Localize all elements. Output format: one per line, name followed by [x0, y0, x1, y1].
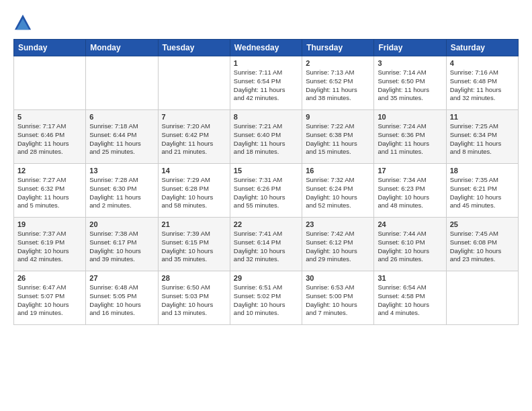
day-number: 26 [17, 274, 82, 282]
day-number: 4 [450, 59, 515, 67]
calendar-cell: 1Sunrise: 7:11 AM Sunset: 6:54 PM Daylig… [230, 56, 302, 110]
page-header [13, 13, 519, 32]
day-info: Sunrise: 7:28 AM Sunset: 6:30 PM Dayligh… [89, 176, 154, 210]
day-number: 17 [378, 167, 442, 175]
day-info: Sunrise: 7:34 AM Sunset: 6:23 PM Dayligh… [378, 176, 442, 210]
calendar-cell: 5Sunrise: 7:17 AM Sunset: 6:46 PM Daylig… [14, 110, 86, 164]
calendar-cell: 17Sunrise: 7:34 AM Sunset: 6:23 PM Dayli… [374, 164, 446, 218]
calendar-cell: 12Sunrise: 7:27 AM Sunset: 6:32 PM Dayli… [14, 164, 86, 218]
day-info: Sunrise: 7:44 AM Sunset: 6:10 PM Dayligh… [378, 230, 442, 264]
calendar-cell: 25Sunrise: 7:45 AM Sunset: 6:08 PM Dayli… [446, 218, 518, 271]
day-number: 25 [450, 220, 515, 228]
day-number: 20 [89, 220, 154, 228]
weekday-header-row: SundayMondayTuesdayWednesdayThursdayFrid… [14, 40, 519, 56]
day-info: Sunrise: 7:27 AM Sunset: 6:32 PM Dayligh… [17, 176, 82, 210]
calendar-cell: 29Sunrise: 6:51 AM Sunset: 5:02 PM Dayli… [230, 271, 302, 325]
day-info: Sunrise: 6:48 AM Sunset: 5:05 PM Dayligh… [89, 283, 154, 318]
day-info: Sunrise: 7:41 AM Sunset: 6:14 PM Dayligh… [234, 230, 298, 264]
day-number: 3 [378, 59, 442, 67]
calendar-cell [86, 56, 158, 110]
day-number: 6 [89, 113, 154, 121]
calendar-cell: 10Sunrise: 7:24 AM Sunset: 6:36 PM Dayli… [374, 110, 446, 164]
day-info: Sunrise: 7:37 AM Sunset: 6:19 PM Dayligh… [17, 230, 82, 264]
day-number: 13 [89, 167, 154, 175]
day-info: Sunrise: 6:54 AM Sunset: 4:58 PM Dayligh… [378, 283, 442, 318]
day-info: Sunrise: 7:39 AM Sunset: 6:15 PM Dayligh… [162, 230, 226, 264]
day-number: 29 [234, 274, 298, 282]
calendar-cell: 23Sunrise: 7:42 AM Sunset: 6:12 PM Dayli… [302, 218, 374, 271]
day-number: 8 [234, 113, 298, 121]
day-info: Sunrise: 7:25 AM Sunset: 6:34 PM Dayligh… [450, 122, 515, 156]
calendar-cell: 16Sunrise: 7:32 AM Sunset: 6:24 PM Dayli… [302, 164, 374, 218]
calendar-cell: 24Sunrise: 7:44 AM Sunset: 6:10 PM Dayli… [374, 218, 446, 271]
weekday-header: Saturday [446, 40, 518, 56]
calendar-cell: 19Sunrise: 7:37 AM Sunset: 6:19 PM Dayli… [14, 218, 86, 271]
day-number: 5 [17, 113, 82, 121]
day-info: Sunrise: 7:38 AM Sunset: 6:17 PM Dayligh… [89, 230, 154, 264]
day-info: Sunrise: 7:35 AM Sunset: 6:21 PM Dayligh… [450, 176, 515, 210]
calendar-cell: 3Sunrise: 7:14 AM Sunset: 6:50 PM Daylig… [374, 56, 446, 110]
day-number: 1 [234, 59, 298, 67]
day-info: Sunrise: 7:14 AM Sunset: 6:50 PM Dayligh… [378, 68, 442, 103]
day-info: Sunrise: 7:17 AM Sunset: 6:46 PM Dayligh… [17, 122, 82, 156]
calendar-cell: 30Sunrise: 6:53 AM Sunset: 5:00 PM Dayli… [302, 271, 374, 325]
calendar-week-row: 5Sunrise: 7:17 AM Sunset: 6:46 PM Daylig… [14, 110, 519, 164]
calendar-cell: 18Sunrise: 7:35 AM Sunset: 6:21 PM Dayli… [446, 164, 518, 218]
calendar-week-row: 26Sunrise: 6:47 AM Sunset: 5:07 PM Dayli… [14, 271, 519, 325]
day-number: 19 [17, 220, 82, 228]
day-info: Sunrise: 7:24 AM Sunset: 6:36 PM Dayligh… [378, 122, 442, 156]
weekday-header: Thursday [302, 40, 374, 56]
day-number: 18 [450, 167, 515, 175]
calendar-week-row: 19Sunrise: 7:37 AM Sunset: 6:19 PM Dayli… [14, 218, 519, 271]
calendar-cell: 11Sunrise: 7:25 AM Sunset: 6:34 PM Dayli… [446, 110, 518, 164]
day-number: 12 [17, 167, 82, 175]
day-info: Sunrise: 7:22 AM Sunset: 6:38 PM Dayligh… [306, 122, 370, 156]
calendar-table: SundayMondayTuesdayWednesdayThursdayFrid… [13, 39, 519, 325]
calendar-cell: 7Sunrise: 7:20 AM Sunset: 6:42 PM Daylig… [158, 110, 230, 164]
day-number: 24 [378, 220, 442, 228]
day-number: 15 [234, 167, 298, 175]
weekday-header: Monday [86, 40, 158, 56]
day-info: Sunrise: 7:21 AM Sunset: 6:40 PM Dayligh… [234, 122, 298, 156]
weekday-header: Sunday [14, 40, 86, 56]
calendar-cell: 31Sunrise: 6:54 AM Sunset: 4:58 PM Dayli… [374, 271, 446, 325]
calendar-cell [446, 271, 518, 325]
day-number: 7 [162, 113, 226, 121]
calendar-cell: 28Sunrise: 6:50 AM Sunset: 5:03 PM Dayli… [158, 271, 230, 325]
day-info: Sunrise: 6:53 AM Sunset: 5:00 PM Dayligh… [306, 283, 370, 318]
day-number: 16 [306, 167, 370, 175]
day-info: Sunrise: 6:47 AM Sunset: 5:07 PM Dayligh… [17, 283, 82, 318]
day-number: 9 [306, 113, 370, 121]
day-info: Sunrise: 7:29 AM Sunset: 6:28 PM Dayligh… [162, 176, 226, 210]
calendar-cell [14, 56, 86, 110]
day-info: Sunrise: 7:16 AM Sunset: 6:48 PM Dayligh… [450, 68, 515, 103]
logo [13, 13, 35, 32]
day-number: 2 [306, 59, 370, 67]
day-info: Sunrise: 7:13 AM Sunset: 6:52 PM Dayligh… [306, 68, 370, 103]
day-number: 11 [450, 113, 515, 121]
day-info: Sunrise: 7:20 AM Sunset: 6:42 PM Dayligh… [162, 122, 226, 156]
calendar-week-row: 1Sunrise: 7:11 AM Sunset: 6:54 PM Daylig… [14, 56, 519, 110]
day-info: Sunrise: 6:51 AM Sunset: 5:02 PM Dayligh… [234, 283, 298, 318]
day-number: 23 [306, 220, 370, 228]
calendar-cell: 21Sunrise: 7:39 AM Sunset: 6:15 PM Dayli… [158, 218, 230, 271]
day-number: 21 [162, 220, 226, 228]
calendar-cell: 9Sunrise: 7:22 AM Sunset: 6:38 PM Daylig… [302, 110, 374, 164]
calendar-cell: 20Sunrise: 7:38 AM Sunset: 6:17 PM Dayli… [86, 218, 158, 271]
day-number: 22 [234, 220, 298, 228]
day-number: 27 [89, 274, 154, 282]
day-info: Sunrise: 7:42 AM Sunset: 6:12 PM Dayligh… [306, 230, 370, 264]
day-number: 14 [162, 167, 226, 175]
day-number: 31 [378, 274, 442, 282]
calendar-week-row: 12Sunrise: 7:27 AM Sunset: 6:32 PM Dayli… [14, 164, 519, 218]
calendar-cell: 4Sunrise: 7:16 AM Sunset: 6:48 PM Daylig… [446, 56, 518, 110]
day-info: Sunrise: 6:50 AM Sunset: 5:03 PM Dayligh… [162, 283, 226, 318]
weekday-header: Tuesday [158, 40, 230, 56]
day-info: Sunrise: 7:45 AM Sunset: 6:08 PM Dayligh… [450, 230, 515, 264]
day-number: 30 [306, 274, 370, 282]
weekday-header: Friday [374, 40, 446, 56]
calendar-cell: 14Sunrise: 7:29 AM Sunset: 6:28 PM Dayli… [158, 164, 230, 218]
day-info: Sunrise: 7:11 AM Sunset: 6:54 PM Dayligh… [234, 68, 298, 103]
weekday-header: Wednesday [230, 40, 302, 56]
logo-icon [13, 13, 32, 32]
